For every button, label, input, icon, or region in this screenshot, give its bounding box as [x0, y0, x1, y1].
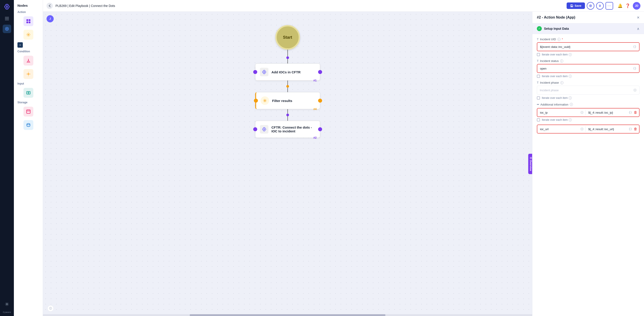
more-options-button[interactable]: ···	[606, 2, 613, 10]
incident-phase-iterate-info-icon[interactable]: i	[568, 96, 572, 100]
kv-row-ioc-ip[interactable]: ioc_ip {} ${_4::result::ioc_ip} {} 🗑	[537, 108, 640, 117]
node-2-title: CFTR: Connect the dots - IOC to incident	[272, 126, 316, 133]
kv-row-ioc-url-value[interactable]: ${_4::result::ioc_url}	[588, 128, 627, 131]
kv-row-ioc-ip-value-curly[interactable]: {}	[629, 111, 632, 114]
incident-uid-info-icon[interactable]: i	[558, 38, 560, 41]
kv-row-ioc-url-value-curly[interactable]: {}	[629, 128, 632, 130]
storage-icon-item-2[interactable]	[16, 118, 41, 132]
incident-status-label-text: Incident status	[540, 59, 559, 62]
help-icon[interactable]: ❓	[625, 3, 630, 8]
node-2-left-dot	[253, 127, 257, 131]
right-panel-header: #2 - Action Node (App) ×	[532, 12, 644, 24]
lightbulb-button[interactable]	[596, 2, 604, 10]
svg-point-27	[264, 100, 266, 101]
svg-rect-4	[5, 20, 9, 20]
additional-info-iterate-info-icon[interactable]: i	[568, 118, 572, 122]
kv-row-ioc-url-key-curly[interactable]: {}	[580, 128, 584, 130]
setup-check-icon: ✓	[537, 26, 542, 31]
incident-phase-iterate-checkbox[interactable]	[537, 96, 540, 100]
svg-marker-26	[263, 71, 265, 73]
svg-rect-11	[29, 22, 30, 23]
action-gear-icon-item[interactable]	[16, 28, 41, 41]
start-node[interactable]: Start	[275, 25, 300, 50]
incident-phase-curly-btn[interactable]: {}	[634, 88, 636, 92]
condition-gear-icon-item[interactable]	[16, 67, 41, 81]
nodes-panel-title: Nodes	[16, 3, 41, 9]
svg-rect-21	[531, 157, 532, 158]
incident-phase-iterate-label: Iterate over each item i	[542, 96, 572, 100]
flow-node-4[interactable]: Filter results #4	[255, 92, 320, 109]
canvas-wrapper: J Overview Start	[43, 12, 644, 316]
svg-rect-8	[26, 19, 28, 21]
kv-row-ioc-url-key[interactable]: ioc_url	[539, 128, 579, 131]
incident-phase-input[interactable]: Incident phase {}	[537, 86, 640, 94]
incident-status-iterate-checkbox[interactable]	[537, 75, 540, 78]
save-button[interactable]: Save	[566, 2, 585, 9]
kv-row-ioc-ip-value[interactable]: ${_4::result::ioc_ip}	[588, 111, 627, 114]
input-icon	[24, 88, 33, 98]
incident-status-iterate-info-icon[interactable]: i	[568, 75, 572, 78]
bell-icon[interactable]: 🔔	[618, 3, 622, 8]
storage-icon-item-1[interactable]	[16, 105, 41, 118]
sidebar-menu-btn[interactable]	[3, 14, 11, 23]
incident-status-curly-btn[interactable]: {}	[633, 67, 636, 70]
top-bar: PLB269 | Edit Playbook | Connect the Dot…	[43, 0, 644, 12]
cyware-brand-label: Cyware	[3, 311, 11, 313]
setup-section-header[interactable]: ✓ Setup Input Data ∧	[532, 24, 644, 34]
node-4-left-dot	[254, 98, 258, 103]
svg-rect-24	[530, 158, 531, 159]
incident-status-label: T Incident status i	[537, 59, 640, 62]
overview-tab[interactable]: Overview	[528, 154, 532, 174]
setup-section-header-left: ✓ Setup Input Data	[537, 26, 569, 31]
incident-uid-input[interactable]: ${event::data::inc_uuid} {}	[537, 42, 640, 51]
kv-row-ioc-ip-key-curly[interactable]: {}	[580, 111, 584, 114]
svg-point-7	[6, 304, 8, 305]
svg-rect-2	[5, 17, 9, 18]
kv-row-ioc-url[interactable]: ioc_url {} ${_4::result::ioc_url} {} 🗑	[537, 124, 640, 134]
svg-rect-17	[571, 6, 572, 7]
input-icon-item[interactable]	[16, 86, 41, 100]
svg-point-16	[27, 124, 30, 125]
kv-row-ioc-ip-delete-btn[interactable]: 🗑	[634, 110, 637, 114]
additional-info-label-text: Additional information	[540, 103, 568, 106]
left-sidebar: Cyware	[0, 0, 14, 316]
top-bar-actions: Save ···	[566, 2, 613, 10]
incident-uid-iterate-info-icon[interactable]: i	[568, 53, 572, 56]
svg-rect-23	[530, 157, 531, 158]
node-1-right-dot	[318, 70, 322, 74]
additional-info-iterate-checkbox[interactable]	[537, 118, 540, 122]
action-expand-btn[interactable]: »	[18, 42, 23, 48]
node-1-title: Add IOCs in CFTR	[272, 70, 301, 74]
canvas[interactable]: J Overview Start	[43, 12, 532, 316]
svg-point-12	[28, 34, 29, 35]
incident-uid-type-icon: T	[537, 38, 539, 41]
user-avatar[interactable]: JD	[633, 2, 640, 10]
canvas-info-btn[interactable]: ⓘ	[48, 305, 54, 312]
sidebar-workflow-btn[interactable]	[3, 24, 11, 33]
condition-split-icon-item[interactable]	[16, 54, 41, 67]
canvas-scrollbar[interactable]	[43, 314, 532, 316]
node-4-title: Filter results	[272, 99, 292, 103]
additional-info-info-icon[interactable]: i	[570, 103, 573, 106]
additional-info-label: •• Additional information i	[537, 103, 640, 106]
incident-phase-label-text: Incident phase	[540, 81, 559, 84]
kv-row-ioc-ip-key[interactable]: ioc_ip	[539, 111, 579, 114]
right-panel-close-button[interactable]: ×	[637, 15, 640, 20]
incident-status-input[interactable]: open {}	[537, 64, 640, 73]
incident-status-info-icon[interactable]: i	[560, 60, 563, 62]
action-app-icon-item[interactable]	[16, 14, 41, 28]
right-panel-body[interactable]: ✓ Setup Input Data ∧ T Incident UID i *	[532, 24, 644, 316]
flow-node-1[interactable]: Add IOCs in CFTR #1	[255, 64, 320, 80]
input-section-title: Input	[16, 81, 41, 86]
incident-uid-curly-btn[interactable]: {}	[633, 45, 636, 48]
flow-node-2[interactable]: CFTR: Connect the dots - IOC to incident…	[255, 121, 320, 138]
back-button[interactable]	[46, 3, 53, 9]
kv-row-ioc-url-delete-btn[interactable]: 🗑	[634, 127, 637, 131]
sidebar-settings-btn[interactable]	[3, 300, 11, 308]
condition-gear-icon	[24, 69, 33, 79]
connector-3	[286, 109, 289, 121]
bookmark-button[interactable]	[587, 2, 594, 10]
incident-uid-iterate-checkbox[interactable]	[537, 53, 540, 56]
flow-container: Start	[255, 25, 320, 138]
incident-phase-info-icon[interactable]: i	[560, 81, 564, 84]
